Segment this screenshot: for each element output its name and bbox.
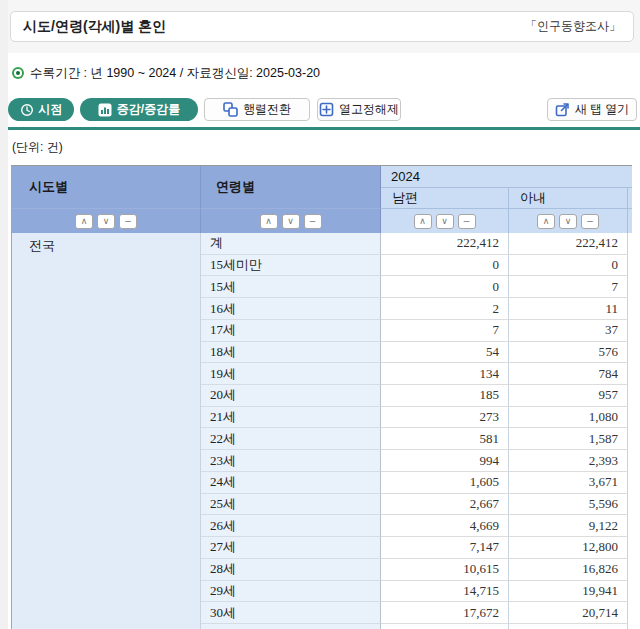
age-cell: 25세 bbox=[201, 494, 381, 516]
husband-value-cell: 10,615 bbox=[381, 559, 509, 581]
husband-value-cell: 222,412 bbox=[381, 233, 509, 255]
wife-value-cell: 222,412 bbox=[509, 233, 628, 255]
transpose-button[interactable]: 행렬전환 bbox=[204, 98, 310, 121]
husband-value-cell: 7 bbox=[381, 320, 509, 342]
table-row: 17세 7 37 bbox=[201, 320, 632, 342]
region-cell: 전국 bbox=[12, 233, 201, 629]
table-body: 계 222,412 222,412 15세미만 0 0 15세 0 7 16세 … bbox=[201, 233, 632, 629]
table-row: 계 222,412 222,412 bbox=[201, 233, 632, 255]
unfreeze-columns-button[interactable]: 열고정해제 bbox=[317, 98, 401, 121]
husband-value-cell: 1,605 bbox=[381, 472, 509, 494]
wife-value-cell: 37 bbox=[509, 320, 628, 342]
open-new-tab-button[interactable]: 새 탭 열기 bbox=[547, 98, 637, 121]
survey-source-label: 「인구동향조사」 bbox=[525, 18, 621, 35]
wife-value-cell: 7 bbox=[509, 276, 628, 298]
age-cell: 22세 bbox=[201, 428, 381, 450]
wife-value-cell: 20,714 bbox=[509, 602, 628, 624]
wife-value-cell: 9,122 bbox=[509, 515, 628, 537]
wife-value-cell: 5,596 bbox=[509, 494, 628, 516]
table-row: 15세미만 0 0 bbox=[201, 255, 632, 277]
wife-value-cell: 784 bbox=[509, 363, 628, 385]
husband-value-cell: 17,672 bbox=[381, 602, 509, 624]
wife-value-cell: 11 bbox=[509, 298, 628, 320]
husband-value-cell: 14,715 bbox=[381, 581, 509, 603]
table-row: 19세 134 784 bbox=[201, 363, 632, 385]
wife-value-cell: 2,393 bbox=[509, 450, 628, 472]
transpose-icon bbox=[223, 102, 238, 117]
unfreeze-grid-icon bbox=[319, 102, 334, 117]
record-period-info: 수록기간 : 년 1990 ~ 2024 / 자료갱신일: 2025-03-20 bbox=[10, 64, 320, 82]
age-cell: 15세 bbox=[201, 276, 381, 298]
new-tab-icon bbox=[555, 102, 570, 117]
column-header-age: 연령별 bbox=[201, 166, 381, 209]
header-extension bbox=[628, 188, 632, 209]
open-new-tab-label: 새 탭 열기 bbox=[575, 101, 630, 118]
sort-up-button[interactable]: ∧ bbox=[75, 214, 93, 229]
column-header-year: 2024 bbox=[381, 166, 632, 188]
sort-row-extension bbox=[628, 209, 632, 233]
table-row: 28세 10,615 16,826 bbox=[201, 559, 632, 581]
age-cell: 28세 bbox=[201, 559, 381, 581]
page: 시도/연령(각세)별 혼인 「인구동향조사」 수록기간 : 년 1990 ~ 2… bbox=[0, 0, 640, 629]
table-row: 16세 2 11 bbox=[201, 298, 632, 320]
sort-down-button[interactable]: ∨ bbox=[559, 214, 577, 229]
table-row bbox=[201, 624, 632, 629]
unit-label: (단위: 건) bbox=[12, 139, 63, 156]
husband-value-cell bbox=[381, 624, 509, 629]
table-row: 20세 185 957 bbox=[201, 385, 632, 407]
record-period-text: 수록기간 : 년 1990 ~ 2024 / 자료갱신일: 2025-03-20 bbox=[30, 65, 320, 82]
sort-down-button[interactable]: ∨ bbox=[436, 214, 454, 229]
collapse-button[interactable]: − bbox=[119, 214, 137, 229]
age-cell: 27세 bbox=[201, 537, 381, 559]
sort-controls-husband: ∧ ∨ − bbox=[381, 209, 509, 233]
husband-value-cell: 273 bbox=[381, 407, 509, 429]
collapse-button[interactable]: − bbox=[458, 214, 476, 229]
age-cell: 26세 bbox=[201, 515, 381, 537]
table-row: 27세 7,147 12,800 bbox=[201, 537, 632, 559]
wife-value-cell: 19,941 bbox=[509, 581, 628, 603]
time-point-button[interactable]: 시점 bbox=[8, 98, 74, 121]
age-cell: 20세 bbox=[201, 385, 381, 407]
collapse-button[interactable]: − bbox=[304, 214, 322, 229]
age-cell: 23세 bbox=[201, 450, 381, 472]
sort-controls-region: ∧ ∨ − bbox=[12, 209, 201, 233]
table-row: 22세 581 1,587 bbox=[201, 428, 632, 450]
toolbar: 시점 증감/증감률 행렬전환 열고정해제 새 탭 열기 bbox=[0, 98, 640, 122]
accent-divider bbox=[8, 127, 640, 130]
sort-down-button[interactable]: ∨ bbox=[282, 214, 300, 229]
age-cell: 19세 bbox=[201, 363, 381, 385]
sort-up-button[interactable]: ∧ bbox=[260, 214, 278, 229]
age-cell: 29세 bbox=[201, 581, 381, 603]
table-row: 25세 2,667 5,596 bbox=[201, 494, 632, 516]
sort-up-button[interactable]: ∧ bbox=[537, 214, 555, 229]
transpose-label: 행렬전환 bbox=[243, 101, 291, 118]
unfreeze-columns-label: 열고정해제 bbox=[339, 101, 399, 118]
age-cell: 계 bbox=[201, 233, 381, 255]
table-row: 18세 54 576 bbox=[201, 342, 632, 364]
husband-value-cell: 2,667 bbox=[381, 494, 509, 516]
age-cell: 17세 bbox=[201, 320, 381, 342]
bar-chart-icon bbox=[98, 103, 112, 117]
collapse-button[interactable]: − bbox=[581, 214, 599, 229]
sort-down-button[interactable]: ∨ bbox=[97, 214, 115, 229]
wife-value-cell: 957 bbox=[509, 385, 628, 407]
husband-value-cell: 185 bbox=[381, 385, 509, 407]
column-header-region: 시도별 bbox=[12, 166, 201, 209]
sort-controls-age: ∧ ∨ − bbox=[201, 209, 381, 233]
time-point-label: 시점 bbox=[39, 101, 63, 118]
left-gutter bbox=[0, 0, 8, 629]
table-row: 21세 273 1,080 bbox=[201, 407, 632, 429]
wife-value-cell: 1,080 bbox=[509, 407, 628, 429]
table-row: 15세 0 7 bbox=[201, 276, 632, 298]
wife-value-cell: 1,587 bbox=[509, 428, 628, 450]
column-header-wife: 아내 bbox=[509, 188, 628, 209]
husband-value-cell: 4,669 bbox=[381, 515, 509, 537]
sort-up-button[interactable]: ∧ bbox=[414, 214, 432, 229]
age-cell: 24세 bbox=[201, 472, 381, 494]
wife-value-cell bbox=[509, 624, 628, 629]
husband-value-cell: 54 bbox=[381, 342, 509, 364]
delta-rate-button[interactable]: 증감/증감률 bbox=[80, 98, 198, 121]
table-row: 30세 17,672 20,714 bbox=[201, 602, 632, 624]
sort-controls-wife: ∧ ∨ − bbox=[509, 209, 628, 233]
age-cell: 30세 bbox=[201, 602, 381, 624]
